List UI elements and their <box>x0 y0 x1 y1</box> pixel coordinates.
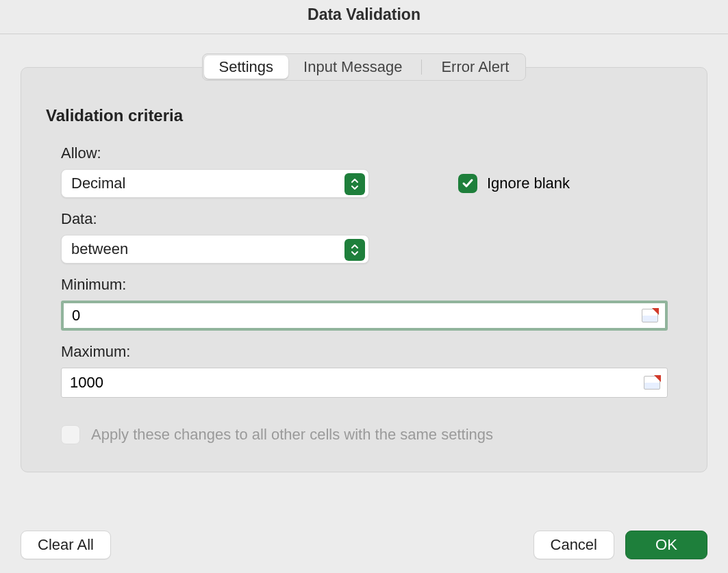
range-picker-icon[interactable] <box>642 309 658 322</box>
tab-bar: Settings Input Message Error Alert <box>202 53 527 81</box>
dialog-title: Data Validation <box>0 0 728 34</box>
allow-label: Allow: <box>61 144 686 162</box>
minimum-label: Minimum: <box>61 276 686 294</box>
cancel-button[interactable]: Cancel <box>534 531 614 559</box>
data-select[interactable]: between <box>61 235 369 264</box>
data-select-value: between <box>71 240 359 258</box>
divider <box>421 60 422 75</box>
minimum-input-wrap <box>61 301 668 331</box>
dialog-footer: Clear All Cancel OK <box>0 531 728 559</box>
check-icon <box>462 177 474 190</box>
ignore-blank-checkbox[interactable] <box>458 174 477 193</box>
ignore-blank-label: Ignore blank <box>487 175 570 192</box>
allow-select[interactable]: Decimal <box>61 169 369 198</box>
tab-settings[interactable]: Settings <box>204 55 289 79</box>
apply-all-checkbox <box>61 425 80 444</box>
tab-error-alert[interactable]: Error Alert <box>426 55 524 79</box>
clear-all-button[interactable]: Clear All <box>21 531 111 559</box>
tab-input-message[interactable]: Input Message <box>288 55 417 79</box>
maximum-label: Maximum: <box>61 343 686 361</box>
allow-select-value: Decimal <box>71 175 359 192</box>
divider <box>0 34 728 34</box>
range-picker-icon[interactable] <box>644 376 660 390</box>
stepper-icon <box>344 173 365 195</box>
data-label: Data: <box>61 210 686 228</box>
maximum-input-wrap <box>61 368 668 398</box>
minimum-input[interactable] <box>64 303 642 328</box>
maximum-input[interactable] <box>62 368 644 397</box>
ok-button[interactable]: OK <box>625 531 707 559</box>
apply-all-label: Apply these changes to all other cells w… <box>91 426 493 444</box>
section-heading: Validation criteria <box>46 106 686 125</box>
stepper-icon <box>344 239 365 261</box>
settings-panel: Validation criteria Allow: Decimal Ignor… <box>21 67 707 472</box>
